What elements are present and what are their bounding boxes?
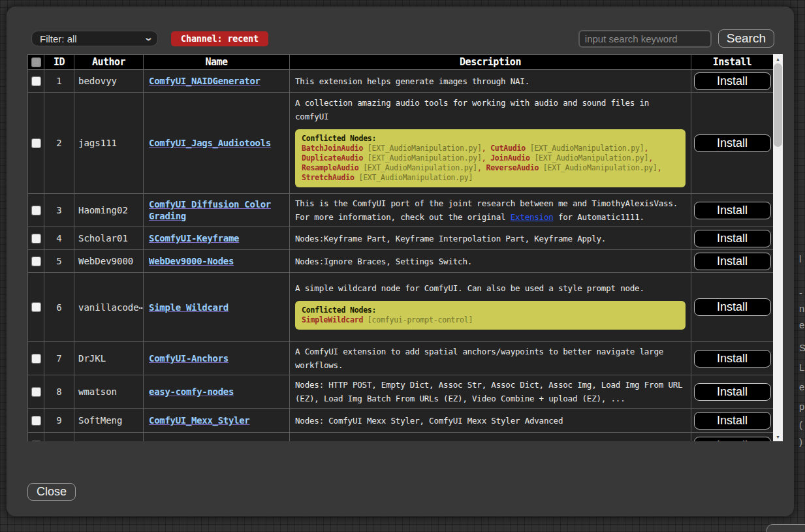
row-description-cell: A ComfyUI extension to add spatial ancho… (290, 342, 691, 375)
row-name-cell: Simple Wildcard (144, 273, 290, 342)
extension-name-link[interactable]: ComfyUI Diffusion Color Grading (149, 199, 271, 221)
extension-name-link[interactable]: ComfyUI-Anchors (149, 353, 229, 364)
row-name-cell: ComfyUI_Mexx_Styler (144, 409, 290, 433)
install-button[interactable]: Install (694, 350, 771, 368)
install-button[interactable]: Install (694, 412, 771, 430)
conflict-node-name: SimpleWildcard (302, 315, 363, 324)
description-inline-link[interactable]: Extension (511, 212, 554, 222)
conflict-separator: , (482, 144, 490, 153)
scrollbar-up-arrow-icon[interactable]: ▲ (773, 54, 783, 63)
row-checkbox[interactable] (32, 234, 40, 243)
row-checkbox[interactable] (32, 206, 40, 215)
conflict-items: BatchJoinAudio [EXT_AudioManipulation.py… (302, 144, 679, 183)
column-header-install: Install (691, 55, 774, 70)
row-id: 7 (44, 342, 74, 375)
conflict-separator: , (482, 153, 490, 163)
extension-name-link[interactable]: ComfyUI_Jags_Audiotools (149, 138, 271, 148)
row-checkbox-cell (28, 342, 44, 375)
install-button[interactable]: Install (694, 230, 771, 247)
description-text: Nodes:Ignore Braces, Settings Switch. (295, 255, 686, 268)
filter-select-value: Filter: all (40, 33, 145, 44)
edge-text-fragment: S (799, 342, 805, 353)
row-author: vanillacode⋯ (74, 273, 144, 342)
row-install-cell: Install (691, 70, 774, 93)
extension-name-link[interactable]: ComfyUI_NAIDGenerator (149, 76, 260, 86)
extension-name-link[interactable]: Simple Wildcard (149, 302, 229, 313)
row-checkbox[interactable] (32, 257, 40, 266)
conflict-node-source: [EXT_AudioManipulation.py] (530, 153, 649, 163)
search-input[interactable] (578, 30, 712, 48)
conflict-node-name: CutAudio (490, 144, 526, 153)
select-all-checkbox[interactable] (32, 58, 40, 67)
search-button[interactable]: Search (718, 29, 774, 48)
row-checkbox-cell (28, 93, 44, 194)
row-id: 5 (44, 250, 74, 273)
row-checkbox[interactable] (32, 354, 40, 363)
install-button[interactable]: Install (694, 202, 771, 219)
edge-text-fragment: ( (799, 419, 802, 430)
dialog-toolbar: Filter: all ⌄ Channel: recent Search (31, 29, 774, 48)
install-button[interactable]: Install (694, 253, 771, 270)
conflict-node-name: ResampleAudio (302, 163, 358, 172)
conflict-node-source: [EXT_AudioManipulation.py] (526, 144, 644, 153)
row-id: 9 (44, 409, 74, 433)
row-description-cell: Nodes: ComfyUI Mexx Styler, ComfyUI Mexx… (290, 409, 691, 433)
row-author: Haoming02 (74, 194, 144, 227)
row-description-cell: A simple wildcard node for ComfyUI. Can … (290, 273, 691, 342)
conflict-node-name: StretchAudio (302, 173, 355, 182)
row-install-cell: Install (691, 375, 774, 409)
extensions-table-body: 1bedovyyComfyUI_NAIDGeneratorThis extens… (28, 70, 774, 442)
row-name-cell: ComfyUI_NAIDGenerator (144, 70, 290, 93)
extensions-table-container: ID Author Name Description Install 1bedo… (27, 54, 783, 441)
row-checkbox[interactable] (32, 139, 40, 148)
row-name-cell: ComfyUI Yolov8 (144, 433, 290, 442)
table-row: 2jags111ComfyUI_Jags_AudiotoolsA collect… (28, 93, 774, 194)
row-name-cell: ComfyUI_Jags_Audiotools (144, 93, 290, 194)
conflict-title: Conflicted Nodes: (302, 134, 679, 144)
install-button[interactable]: Install (694, 298, 771, 316)
custom-nodes-install-dialog: Filter: all ⌄ Channel: recent Search ID … (7, 7, 794, 516)
conflict-node-source: [EXT_AudioManipulation.py] (363, 153, 482, 163)
row-name-cell: WebDev9000-Nodes (144, 250, 290, 273)
extension-name-link[interactable]: easy-comfy-nodes (149, 386, 234, 397)
row-name-cell: ComfyUI-Anchors (144, 342, 290, 375)
table-row: 6vanillacode⋯Simple WildcardA simple wil… (28, 273, 774, 342)
row-description-cell: Nodes:Ignore Braces, Settings Switch. (290, 250, 691, 273)
filter-select[interactable]: Filter: all ⌄ (31, 31, 158, 46)
conflict-title: Conflicted Nodes: (302, 305, 679, 315)
row-name-cell: SComfyUI-Keyframe (144, 227, 290, 250)
extension-name-link[interactable]: SComfyUI-Keyframe (149, 233, 239, 243)
table-scrollbar[interactable]: ▲ ▼ (773, 54, 783, 441)
close-button[interactable]: Close (27, 483, 76, 501)
install-button[interactable]: Install (694, 437, 771, 441)
row-author: SoftMeng (74, 409, 144, 433)
channel-badge[interactable]: Channel: recent (171, 31, 268, 46)
row-checkbox-cell (28, 194, 44, 227)
row-checkbox[interactable] (32, 303, 40, 311)
conflict-node-name: BatchJoinAudio (302, 144, 363, 153)
install-button[interactable]: Install (694, 383, 771, 401)
table-row: 5WebDev9000WebDev9000-NodesNodes:Ignore … (28, 250, 774, 273)
extension-name-link[interactable]: ComfyUI Yolov8 (149, 441, 223, 442)
install-button[interactable]: Install (694, 72, 771, 90)
conflict-node-name: JoinAudio (490, 153, 530, 163)
row-checkbox[interactable] (32, 77, 40, 86)
conflict-node-source: [comfyui-prompt-control] (363, 315, 473, 324)
extension-name-link[interactable]: ComfyUI_Mexx_Styler (149, 415, 249, 426)
extension-name-link[interactable]: WebDev9000-Nodes (149, 256, 234, 266)
row-checkbox[interactable] (32, 416, 40, 425)
scrollbar-thumb[interactable] (774, 63, 782, 147)
row-checkbox[interactable] (32, 388, 40, 396)
row-id: 2 (44, 93, 74, 194)
edge-text-fragment: l (799, 253, 801, 264)
row-checkbox-cell (28, 227, 44, 250)
row-checkbox-cell (28, 409, 44, 433)
scrollbar-down-arrow-icon[interactable]: ▼ (773, 432, 783, 441)
description-text: A ComfyUI extension to add spatial ancho… (295, 345, 686, 372)
table-row: 9SoftMengComfyUI_Mexx_StylerNodes: Comfy… (28, 409, 774, 433)
row-id: 1 (44, 70, 74, 93)
row-id: 10 (44, 433, 74, 442)
row-author: DrJKL (74, 342, 144, 375)
install-button[interactable]: Install (694, 134, 771, 152)
row-checkbox-cell (28, 273, 44, 342)
